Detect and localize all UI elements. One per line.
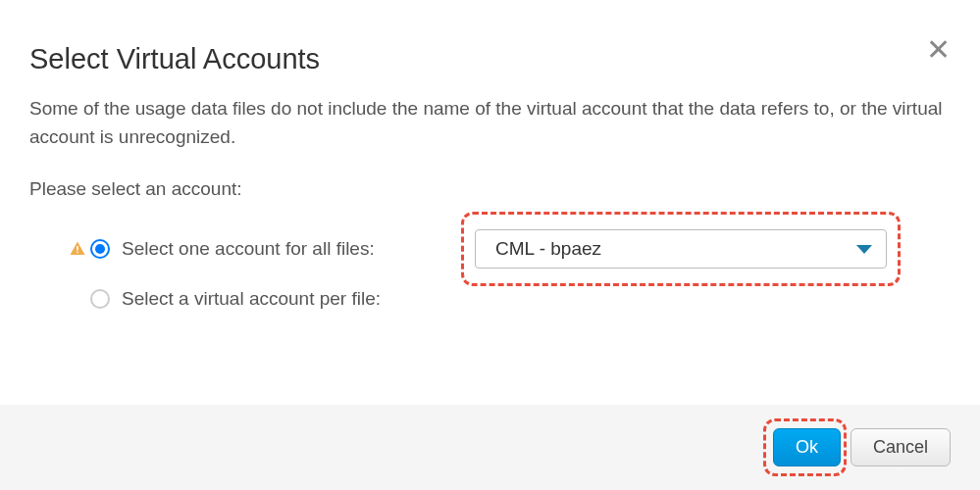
dialog-description: Some of the usage data files do not incl… [29, 95, 951, 151]
close-icon[interactable]: ✕ [926, 35, 951, 65]
option-all-files-row: Select one account for all files: CML - … [29, 229, 951, 269]
ok-button[interactable]: Ok [773, 428, 841, 466]
option-per-file-row: Select a virtual account per file: [29, 288, 951, 310]
ok-button-container: Ok [773, 428, 841, 466]
chevron-down-icon [856, 245, 872, 254]
select-virtual-accounts-dialog: Select Virtual Accounts ✕ Some of the us… [0, 0, 980, 490]
dialog-body: Some of the usage data files do not incl… [0, 95, 980, 405]
cancel-button[interactable]: Cancel [851, 428, 951, 466]
dialog-footer: Ok Cancel [0, 405, 980, 490]
svg-rect-0 [77, 246, 78, 251]
dropdown-selected-value: CML - bpaez [495, 238, 601, 260]
svg-rect-1 [77, 252, 78, 254]
option-per-file-label: Select a virtual account per file: [122, 288, 406, 310]
select-prompt: Please select an account: [29, 178, 951, 200]
dropdown-container: CML - bpaez [475, 229, 887, 269]
warning-icon [69, 240, 86, 258]
option-all-files-label: Select one account for all files: [122, 238, 406, 260]
dialog-title: Select Virtual Accounts [29, 43, 320, 75]
radio-all-files[interactable] [90, 239, 110, 259]
radio-per-file[interactable] [90, 289, 110, 309]
dialog-header: Select Virtual Accounts ✕ [0, 0, 980, 95]
account-dropdown[interactable]: CML - bpaez [475, 229, 887, 269]
